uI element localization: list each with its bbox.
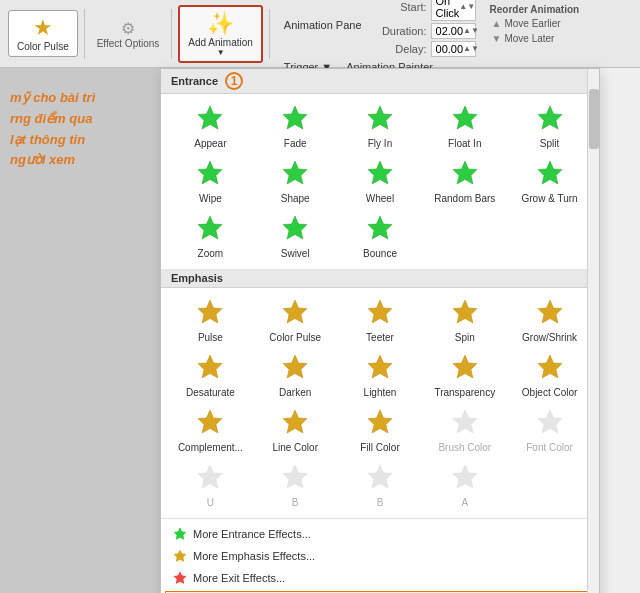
move-later-button[interactable]: ▼ Move Later	[490, 32, 580, 45]
emphasis-anim-item-grow-shrink[interactable]: Grow/Shrink	[508, 294, 591, 347]
slide-text-line4: người xem	[10, 150, 150, 171]
entrance-anim-icon	[196, 214, 224, 246]
emphasis-anim-item-teeter[interactable]: Teeter	[339, 294, 422, 347]
svg-marker-17	[538, 300, 562, 323]
emphasis-anim-item-color-pulse[interactable]: Color Pulse	[254, 294, 337, 347]
entrance-anim-item-float-in[interactable]: Float In	[423, 100, 506, 153]
more-effects-item-0[interactable]: More Entrance Effects...	[161, 523, 599, 545]
emphasis-anim-icon	[281, 408, 309, 440]
entrance-anim-item-bounce[interactable]: Bounce	[339, 210, 422, 263]
entrance-anim-label: Grow & Turn	[522, 193, 578, 204]
emphasis-anim-icon	[451, 298, 479, 330]
entrance-anim-item-appear[interactable]: Appear	[169, 100, 252, 153]
emphasis-anim-item-darken[interactable]: Darken	[254, 349, 337, 402]
svg-marker-15	[368, 300, 392, 323]
ribbon-right-controls: Animation Pane Start: On Click ▲▼ Durati…	[280, 0, 579, 75]
emphasis-anim-item-lighten[interactable]: Lighten	[339, 349, 422, 402]
emphasis-anim-item-a[interactable]: A	[423, 459, 506, 512]
more-effects-item-1[interactable]: More Emphasis Effects...	[161, 545, 599, 567]
start-value-field[interactable]: On Click ▲▼	[431, 0, 476, 21]
emphasis-anim-label: Transparency	[434, 387, 495, 398]
emphasis-anim-label: Line Color	[272, 442, 318, 453]
svg-marker-2	[368, 106, 392, 129]
svg-marker-7	[368, 161, 392, 184]
animation-pane-button[interactable]: Animation Pane	[280, 17, 366, 33]
emphasis-anim-icon	[196, 353, 224, 385]
emphasis-anim-label: Fill Color	[360, 442, 399, 453]
emphasis-anim-item-transparency[interactable]: Transparency	[423, 349, 506, 402]
ribbon: ★ Color Pulse ⚙ Effect Options ✨ Add Ani…	[0, 0, 640, 68]
slide-text: mỹ cho bài trì rng điểm qua lạt thông ti…	[10, 88, 150, 171]
entrance-anim-item-wheel[interactable]: Wheel	[339, 155, 422, 208]
start-arrows-icon[interactable]: ▲▼	[459, 3, 475, 11]
svg-marker-8	[453, 161, 477, 184]
emphasis-anim-label: Color Pulse	[269, 332, 321, 343]
entrance-anim-item-fly-in[interactable]: Fly In	[339, 100, 422, 153]
svg-marker-1	[283, 106, 307, 129]
emphasis-anim-item-brush-color[interactable]: Brush Color	[423, 404, 506, 457]
more-effects-star-icon	[173, 527, 187, 541]
entrance-anim-item-zoom[interactable]: Zoom	[169, 210, 252, 263]
emphasis-anim-label: Grow/Shrink	[522, 332, 577, 343]
entrance-anim-item-swivel[interactable]: Swivel	[254, 210, 337, 263]
emphasis-anim-item-font-color[interactable]: Font Color	[508, 404, 591, 457]
scrollbar[interactable]	[587, 69, 599, 593]
emphasis-anim-item-pulse[interactable]: Pulse	[169, 294, 252, 347]
entrance-anim-item-wipe[interactable]: Wipe	[169, 155, 252, 208]
emphasis-anim-item-fill-color[interactable]: Fill Color	[339, 404, 422, 457]
more-effects-star-icon	[173, 549, 187, 563]
emphasis-anim-icon	[366, 463, 394, 495]
emphasis-anim-item-b[interactable]: B	[254, 459, 337, 512]
delay-value-field[interactable]: 00.00 ▲▼	[431, 41, 476, 57]
reorder-group: Reorder Animation ▲ Move Earlier ▼ Move …	[490, 4, 580, 45]
delay-label: Delay:	[372, 43, 427, 55]
emphasis-anim-item-object-color[interactable]: Object Color	[508, 349, 591, 402]
emphasis-animation-grid: Pulse Color Pulse Teeter Spin Grow/Shrin…	[161, 288, 599, 518]
svg-marker-16	[453, 300, 477, 323]
entrance-anim-item-fade[interactable]: Fade	[254, 100, 337, 153]
more-effects-label: More Exit Effects...	[193, 572, 285, 584]
slide-text-line2: rng điểm qua	[10, 109, 150, 130]
effect-options-button[interactable]: ⚙ Effect Options	[91, 15, 166, 53]
more-effects-label: More Emphasis Effects...	[193, 550, 315, 562]
more-effects-item-2[interactable]: More Exit Effects...	[161, 567, 599, 589]
add-animation-button[interactable]: ✨ Add Animation ▼	[178, 5, 263, 63]
entrance-anim-icon	[451, 104, 479, 136]
emphasis-anim-item-complement-[interactable]: Complement...	[169, 404, 252, 457]
svg-marker-4	[538, 106, 562, 129]
entrance-anim-item-random-bars[interactable]: Random Bars	[423, 155, 506, 208]
emphasis-anim-item-desaturate[interactable]: Desaturate	[169, 349, 252, 402]
reorder-title: Reorder Animation	[490, 4, 580, 15]
emphasis-anim-item-b[interactable]: B	[339, 459, 422, 512]
entrance-anim-icon	[536, 159, 564, 191]
emphasis-anim-label: B	[377, 497, 384, 508]
entrance-label: Entrance	[171, 75, 218, 87]
entrance-anim-item-shape[interactable]: Shape	[254, 155, 337, 208]
entrance-animation-grid: Appear Fade Fly In Float In Split Wipe S…	[161, 94, 599, 269]
emphasis-anim-item-u[interactable]: U	[169, 459, 252, 512]
svg-marker-27	[538, 410, 562, 433]
emphasis-anim-item-spin[interactable]: Spin	[423, 294, 506, 347]
duration-value-field[interactable]: 02.00 ▲▼	[431, 23, 476, 39]
emphasis-anim-icon	[536, 408, 564, 440]
emphasis-anim-icon	[366, 408, 394, 440]
svg-marker-10	[198, 216, 222, 239]
start-label: Start:	[372, 1, 427, 13]
emphasis-anim-icon	[281, 463, 309, 495]
svg-marker-30	[368, 465, 392, 488]
entrance-anim-item-grow-&-turn[interactable]: Grow & Turn	[508, 155, 591, 208]
entrance-anim-item-split[interactable]: Split	[508, 100, 591, 153]
duration-arrows-icon[interactable]: ▲▼	[463, 27, 479, 35]
svg-marker-29	[283, 465, 307, 488]
emphasis-anim-item-line-color[interactable]: Line Color	[254, 404, 337, 457]
scroll-thumb[interactable]	[589, 89, 599, 149]
add-animation-star-icon: ✨	[207, 11, 234, 37]
svg-marker-6	[283, 161, 307, 184]
emphasis-anim-icon	[281, 353, 309, 385]
move-earlier-button[interactable]: ▲ Move Earlier	[490, 17, 580, 30]
entrance-anim-icon	[196, 159, 224, 191]
color-pulse-star-icon: ★	[33, 15, 53, 41]
entrance-anim-label: Float In	[448, 138, 481, 149]
delay-arrows-icon[interactable]: ▲▼	[463, 45, 479, 53]
entrance-anim-icon	[281, 104, 309, 136]
